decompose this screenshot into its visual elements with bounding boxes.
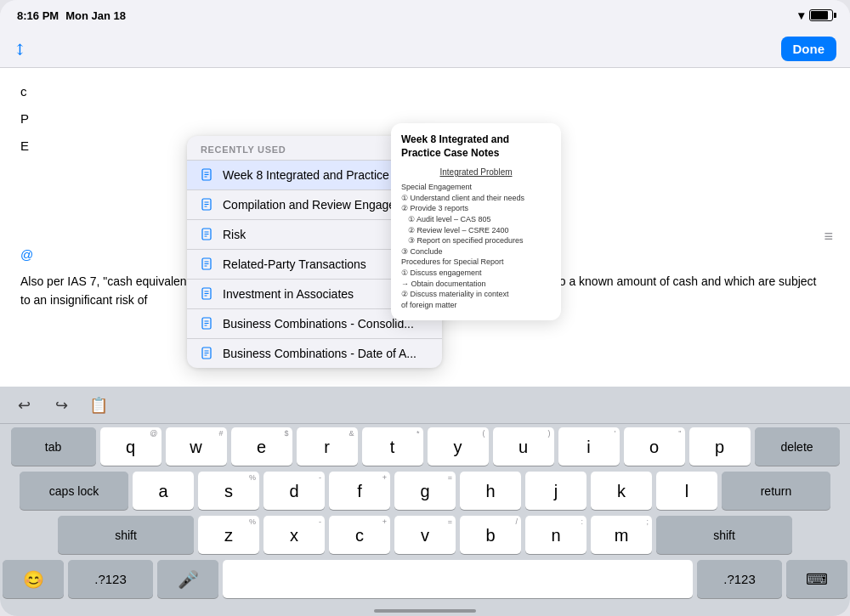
key-row-bottom: 😊 .?123 🎤 .?123 ⌨ bbox=[3, 560, 847, 598]
caps-lock-key[interactable]: caps lock bbox=[20, 472, 128, 510]
preview-line-8: Procedures for Special Report bbox=[401, 257, 551, 268]
key-w[interactable]: #w bbox=[166, 427, 227, 466]
doc-icon-6 bbox=[201, 317, 214, 331]
preview-heading: Integrated Problem bbox=[401, 167, 551, 178]
key-i[interactable]: 'i bbox=[558, 427, 620, 466]
shift-right-key[interactable]: shift bbox=[656, 516, 792, 554]
key-s[interactable]: %s bbox=[198, 472, 259, 510]
preview-line-3: ② Provide 3 reports bbox=[401, 203, 551, 214]
key-p[interactable]: p bbox=[689, 427, 751, 466]
key-f[interactable]: +f bbox=[329, 472, 390, 510]
content-line-1: c bbox=[20, 82, 830, 102]
key-row-1: tab @q #w $e &r *t (y )u 'i "o p delete bbox=[3, 427, 847, 466]
delete-key[interactable]: delete bbox=[755, 427, 840, 466]
preview-line-1: Special Engagement bbox=[401, 182, 551, 193]
doc-icon-4 bbox=[201, 257, 214, 271]
mic-key[interactable]: 🎤 bbox=[157, 560, 218, 598]
doc-icon-5 bbox=[201, 287, 214, 301]
preview-line-2: ① Understand client and their needs bbox=[401, 193, 551, 204]
dropdown-item-text-5: Investment in Associates bbox=[223, 287, 354, 301]
preview-line-6: ③ Report on specified procedures bbox=[401, 235, 551, 246]
num-key-left[interactable]: .?123 bbox=[68, 560, 153, 598]
space-key[interactable] bbox=[223, 560, 693, 598]
preview-line-7: ③ Conclude bbox=[401, 246, 551, 257]
key-row-3: shift %z -x +c =v /b :n ;m shift bbox=[3, 516, 847, 554]
preview-line-4: ① Audit level – CAS 805 bbox=[401, 214, 551, 225]
key-b[interactable]: /b bbox=[460, 516, 521, 554]
preview-line-11: ② Discuss materiality in context bbox=[401, 289, 551, 300]
preview-line-10: → Obtain documentation bbox=[401, 279, 551, 290]
preview-line-12: of foreign matter bbox=[401, 300, 551, 311]
return-key[interactable]: return bbox=[722, 472, 830, 510]
doc-icon-1 bbox=[201, 168, 214, 182]
collapse-icon[interactable]: ⤡ bbox=[8, 37, 31, 59]
preview-line-5: ② Review level – CSRE 2400 bbox=[401, 225, 551, 236]
key-x[interactable]: -x bbox=[264, 516, 325, 554]
key-o[interactable]: "o bbox=[624, 427, 685, 466]
time: 8:16 PM bbox=[17, 9, 59, 22]
battery-icon bbox=[809, 9, 833, 21]
ipad-frame: 8:16 PM Mon Jan 18 ▾ ⤡ Done c P E and de… bbox=[0, 0, 850, 616]
status-bar-right: ▾ bbox=[798, 8, 833, 22]
keyboard-rows: tab @q #w $e &r *t (y )u 'i "o p delete … bbox=[0, 424, 850, 598]
keyboard-icon[interactable]: ⌨ bbox=[786, 560, 847, 598]
preview-line-9: ① Discuss engagement bbox=[401, 268, 551, 279]
key-e[interactable]: $e bbox=[231, 427, 292, 466]
dropdown-item-text-1: Week 8 Integrated and Practice Ca... bbox=[223, 168, 417, 182]
preview-card-title: Week 8 Integrated andPractice Case Notes bbox=[401, 133, 551, 160]
home-indicator bbox=[374, 609, 476, 613]
mention: @ bbox=[20, 247, 33, 262]
tab-key[interactable]: tab bbox=[11, 427, 96, 466]
key-v[interactable]: =v bbox=[394, 516, 456, 554]
dropdown-item-text-6: Business Combinations - Consolid... bbox=[223, 317, 414, 331]
key-a[interactable]: a bbox=[133, 472, 194, 510]
ellipsis-icon: ≡ bbox=[824, 228, 833, 246]
dropdown-item-text-4: Related-Party Transactions bbox=[223, 257, 366, 271]
key-z[interactable]: %z bbox=[198, 516, 259, 554]
key-h[interactable]: h bbox=[460, 472, 521, 510]
key-y[interactable]: (y bbox=[428, 427, 489, 466]
key-row-2: caps lock a %s -d +f =g h j k l return bbox=[3, 472, 847, 510]
key-g[interactable]: =g bbox=[394, 472, 456, 510]
doc-icon-2 bbox=[201, 198, 214, 212]
key-n[interactable]: :n bbox=[525, 516, 586, 554]
preview-card-content: Integrated Problem Special Engagement ① … bbox=[401, 167, 551, 310]
wifi-icon: ▾ bbox=[798, 8, 804, 22]
keyboard-area: ↩ ↪ 📋 tab @q #w $e &r *t (y )u 'i "o p d… bbox=[0, 387, 850, 616]
dropdown-item-text-7: Business Combinations - Date of A... bbox=[223, 347, 416, 360]
key-d[interactable]: -d bbox=[264, 472, 325, 510]
key-m[interactable]: ;m bbox=[591, 516, 652, 554]
toolbar: ⤡ Done bbox=[0, 31, 850, 68]
dropdown-item-text-3: Risk bbox=[223, 228, 246, 241]
dropdown-item-7[interactable]: Business Combinations - Date of A... bbox=[187, 338, 442, 368]
key-r[interactable]: &r bbox=[297, 427, 358, 466]
key-q[interactable]: @q bbox=[100, 427, 162, 466]
shift-left-key[interactable]: shift bbox=[58, 516, 194, 554]
date: Mon Jan 18 bbox=[65, 9, 126, 22]
paste-button[interactable]: 📋 bbox=[85, 392, 112, 419]
dropdown-item-text-2: Compilation and Review Engagem... bbox=[223, 198, 415, 212]
keyboard-toolbar: ↩ ↪ 📋 bbox=[0, 387, 850, 424]
emoji-key[interactable]: 😊 bbox=[3, 560, 64, 598]
redo-button[interactable]: ↪ bbox=[48, 392, 75, 419]
doc-icon-7 bbox=[201, 347, 214, 360]
key-k[interactable]: k bbox=[591, 472, 652, 510]
done-button[interactable]: Done bbox=[781, 37, 837, 61]
content-area: c P E and deposits." avings g currency @… bbox=[0, 68, 850, 387]
key-u[interactable]: )u bbox=[493, 427, 554, 466]
key-c[interactable]: +c bbox=[329, 516, 390, 554]
key-j[interactable]: j bbox=[525, 472, 586, 510]
undo-button[interactable]: ↩ bbox=[10, 392, 37, 419]
key-t[interactable]: *t bbox=[362, 427, 423, 466]
status-bar: 8:16 PM Mon Jan 18 ▾ bbox=[0, 0, 850, 31]
num-key-right[interactable]: .?123 bbox=[697, 560, 782, 598]
key-l[interactable]: l bbox=[656, 472, 717, 510]
doc-icon-3 bbox=[201, 228, 214, 241]
toolbar-left: ⤡ bbox=[14, 40, 26, 59]
status-bar-left: 8:16 PM Mon Jan 18 bbox=[17, 9, 126, 22]
preview-card: Week 8 Integrated andPractice Case Notes… bbox=[391, 123, 561, 320]
